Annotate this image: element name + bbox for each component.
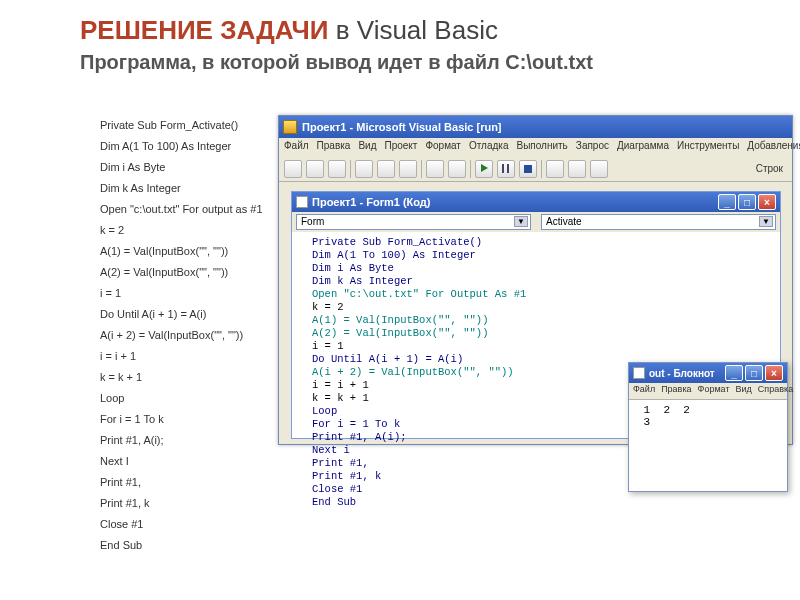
toolbar-stop-icon[interactable] (519, 160, 537, 178)
notepad-menubar[interactable]: ФайлПравкаФорматВидСправка (629, 383, 787, 399)
notepad-window[interactable]: out - Блокнот _ □ × ФайлПравкаФорматВидС… (628, 362, 788, 492)
code-line: k = 2 (100, 220, 263, 241)
menu-item[interactable]: Правка (661, 384, 691, 398)
code-line: Private Sub Form_Activate() (100, 115, 263, 136)
menu-item[interactable]: Выполнить (516, 140, 567, 154)
code-line: A(1) = Val(InputBox("", "")) (100, 241, 263, 262)
toolbar-misc-icon[interactable] (568, 160, 586, 178)
toolbar-new-icon[interactable] (284, 160, 302, 178)
title-part2: в Visual Basic (329, 15, 498, 45)
code-line: i = 1 (312, 340, 770, 353)
code-window-icon (296, 196, 308, 208)
code-line: Open "c:\out.txt" For output as #1 (100, 199, 263, 220)
code-line: A(2) = Val(InputBox("", "")) (100, 262, 263, 283)
procedure-dropdown[interactable]: Activate (541, 214, 776, 230)
code-line: Dim i As Byte (100, 157, 263, 178)
code-window-title: Проект1 - Form1 (Код) (312, 196, 718, 208)
toolbar-misc-icon[interactable] (590, 160, 608, 178)
toolbar-save-icon[interactable] (328, 160, 346, 178)
toolbar-pause-icon[interactable] (497, 160, 515, 178)
menu-item[interactable]: Файл (633, 384, 655, 398)
close-button[interactable]: × (758, 194, 776, 210)
vb-window-title: Проект1 - Microsoft Visual Basic [run] (302, 121, 788, 133)
code-line: Print #1, A(i); (100, 430, 263, 451)
close-button[interactable]: × (765, 365, 783, 381)
code-line: Dim i As Byte (312, 262, 770, 275)
code-line: i = i + 1 (100, 346, 263, 367)
code-object-selectors: Form Activate (292, 212, 780, 232)
toolbar-separator (541, 160, 542, 178)
menu-item[interactable]: Проект (384, 140, 417, 154)
object-dropdown[interactable]: Form (296, 214, 531, 230)
minimize-button[interactable]: _ (725, 365, 743, 381)
toolbar-redo-icon[interactable] (448, 160, 466, 178)
menu-item[interactable]: Формат (698, 384, 730, 398)
notepad-title: out - Блокнот (649, 368, 725, 379)
toolbar-separator (350, 160, 351, 178)
code-line: Loop (100, 388, 263, 409)
toolbar-run-icon[interactable] (475, 160, 493, 178)
code-line: Print #1, (100, 472, 263, 493)
vb-titlebar[interactable]: Проект1 - Microsoft Visual Basic [run] (279, 116, 792, 138)
toolbar-copy-icon[interactable] (377, 160, 395, 178)
code-line: Dim k As Integer (312, 275, 770, 288)
toolbar-undo-icon[interactable] (426, 160, 444, 178)
code-line: Open "c:\out.txt" For Output As #1 (312, 288, 770, 301)
title-part1: РЕШЕНИЕ ЗАДАЧИ (80, 15, 329, 45)
code-line: A(2) = Val(InputBox("", "")) (312, 327, 770, 340)
maximize-button[interactable]: □ (738, 194, 756, 210)
code-line: i = 1 (100, 283, 263, 304)
notepad-titlebar[interactable]: out - Блокнот _ □ × (629, 363, 787, 383)
toolbar-cut-icon[interactable] (355, 160, 373, 178)
code-line: Print #1, k (100, 493, 263, 514)
menu-item[interactable]: Вид (358, 140, 376, 154)
code-line: Next I (100, 451, 263, 472)
slide-subtitle: Программа, в которой вывод идет в файл C… (0, 51, 800, 84)
toolbar-separator (421, 160, 422, 178)
vb-toolbar[interactable]: Строк (279, 156, 792, 182)
code-line: k = 2 (312, 301, 770, 314)
minimize-button[interactable]: _ (718, 194, 736, 210)
toolbar-end-label: Строк (756, 163, 783, 174)
code-line: Dim k As Integer (100, 178, 263, 199)
menu-item[interactable]: Вид (736, 384, 752, 398)
code-window-titlebar[interactable]: Проект1 - Form1 (Код) _ □ × (292, 192, 780, 212)
slide-title: РЕШЕНИЕ ЗАДАЧИ в Visual Basic (0, 0, 800, 51)
code-line: Close #1 (100, 514, 263, 535)
maximize-button[interactable]: □ (745, 365, 763, 381)
menu-item[interactable]: Файл (284, 140, 309, 154)
menu-item[interactable]: Формат (425, 140, 461, 154)
menu-item[interactable]: Отладка (469, 140, 509, 154)
toolbar-separator (470, 160, 471, 178)
toolbar-misc-icon[interactable] (546, 160, 564, 178)
notepad-content[interactable]: 1 2 2 3 (629, 399, 787, 491)
vb-app-icon (283, 120, 297, 134)
code-line: Do Until A(i + 1) = A(i) (100, 304, 263, 325)
menu-item[interactable]: Справка (758, 384, 793, 398)
toolbar-open-icon[interactable] (306, 160, 324, 178)
menu-item[interactable]: Правка (317, 140, 351, 154)
vb-menubar[interactable]: ФайлПравкаВидПроектФорматОтладкаВыполнит… (279, 138, 792, 156)
code-line: End Sub (100, 535, 263, 556)
code-line: Dim A(1 To 100) As Integer (312, 249, 770, 262)
menu-item[interactable]: Диаграмма (617, 140, 669, 154)
toolbar-paste-icon[interactable] (399, 160, 417, 178)
menu-item[interactable]: Инструменты (677, 140, 739, 154)
code-line: A(1) = Val(InputBox("", "")) (312, 314, 770, 327)
notepad-icon (633, 367, 645, 379)
code-line: For i = 1 To k (100, 409, 263, 430)
menu-item[interactable]: Запрос (576, 140, 609, 154)
code-listing-left: Private Sub Form_Activate()Dim A(1 To 10… (100, 115, 263, 556)
code-line: End Sub (312, 496, 770, 509)
code-line: A(i + 2) = Val(InputBox("", "")) (100, 325, 263, 346)
code-line: Private Sub Form_Activate() (312, 236, 770, 249)
code-line: k = k + 1 (100, 367, 263, 388)
code-line: Dim A(1 To 100) As Integer (100, 136, 263, 157)
menu-item[interactable]: Добавления (747, 140, 800, 154)
